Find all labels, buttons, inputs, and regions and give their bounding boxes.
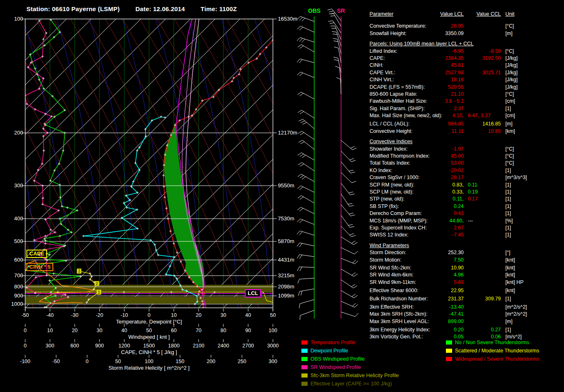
axis-1-tick-label: 40 (121, 328, 127, 333)
table-value: 984.85 (378, 120, 464, 128)
table-row-unit: [1] (505, 295, 511, 302)
table-value: 28.95 (378, 23, 464, 30)
axis-2-tick-label: 3000 (267, 343, 279, 349)
table-value: 3.8 - 5.1 (378, 98, 464, 105)
profile-legend-item: Sfc-3km Storm Relative Helicity Profile (301, 371, 442, 380)
axis-3-tick-label: -50 (52, 359, 60, 364)
table-row: SCP RM (new, old):0.83,0.11[1] (370, 182, 559, 189)
table-row-unit: [1] (505, 167, 511, 174)
table-row-unit: [°C] (505, 146, 514, 153)
table-row-unit: [knt] (505, 264, 515, 272)
legend-label: SR Windspeed Profile (310, 363, 361, 371)
svg-text:3: 3 (78, 269, 81, 274)
pressure-tick-label: 900 (9, 293, 23, 299)
table-value: 18.16 (378, 76, 464, 83)
table-value: 28.17 (378, 174, 464, 181)
table-row-unit: [J/kg] (505, 62, 518, 69)
axis-0-tick-label: 50 (270, 312, 276, 318)
table-value: 22.95 (378, 287, 464, 294)
table-row: Sig. Hail Param. (SHIP):2.37[1] (370, 105, 559, 112)
legend-swatch (301, 349, 308, 353)
axis-2-tick-label: 1500 (143, 343, 155, 349)
table-value: 10.85 (471, 128, 501, 135)
title-bar: Station: 06610 Payerne (LSMP)Date: 12.06… (26, 5, 253, 12)
table-row: Effective Shear 6000:22.95[knt] (370, 287, 559, 294)
table-row-unit: [1] (505, 224, 511, 231)
legend-label: No / Non Severe Thunderstorms (455, 338, 529, 347)
profile-legend-item: Effective Layer (CAPE >= 100 J/kg) (301, 380, 442, 388)
axis-3-tick-label: 200 (207, 359, 216, 364)
table-section-title: Parcels: Using 100mB mean layer LCL + CC… (370, 40, 474, 47)
profile-legend-item: SR Windspeed Profile (301, 363, 442, 371)
axis-2-tick-label: 2400 (218, 343, 229, 349)
table-row-unit: [J/kg] (505, 69, 518, 76)
table-row-unit: [knt] HP (505, 279, 524, 286)
table-row: 3km Effective SRH:-13.40[m^2/s^2] (370, 304, 559, 311)
table-value: 11.11 (378, 128, 464, 135)
table-row: Exp. Supercell Index CH:2.67[1] (370, 224, 559, 231)
axis-1-tick-label: 20 (72, 328, 78, 333)
altitude-tick-label: 3215m (278, 272, 294, 279)
table-row: SR Wind 4km-6km:4.96[knt] (370, 272, 559, 279)
table-row: LCL / CCL (AGL):984.851416.85[m] (370, 120, 559, 128)
table-value: -1.97 (378, 146, 464, 153)
altitude-tick-label: 5870m (278, 238, 294, 244)
axis-0-tick-label: 40 (245, 312, 251, 318)
table-section-row: Wind Parameters (370, 242, 559, 249)
table-value: 0.33, (378, 189, 464, 196)
parameter-table: ParameterValue LCLValue CCLUnitConvectiv… (370, 11, 559, 341)
table-row: Fawbush-Miller Hail Size:3.8 - 5.1[cm] (370, 98, 559, 105)
pressure-tick-label: 300 (9, 182, 23, 189)
axis-3-tick-label: -100 (20, 359, 30, 364)
table-row-unit: [°C] (505, 153, 514, 160)
table-value: 45.81 (378, 62, 464, 69)
pressure-tick-label: 600 (9, 257, 23, 263)
axis-0-tick-label: -20 (96, 312, 103, 318)
table-value: 21.10 (378, 91, 464, 98)
table-header: Value LCL (421, 11, 464, 18)
axis-0-tick-label: 30 (220, 312, 226, 318)
table-section-title: Convective Indices (370, 138, 412, 145)
table-value: 0.83, (378, 182, 464, 189)
table-value: 4.15, (378, 112, 464, 119)
table-row: Max 3km SRH (Sfc-2km):-47.41[m^2/s^2] (370, 311, 559, 318)
table-value: 0.11, (378, 196, 464, 203)
legend-label: Scattered / Moderate Thunderstorms (455, 347, 539, 355)
table-value: 0.43 (378, 210, 464, 217)
axis-1-tick-label: 90 (245, 328, 251, 333)
table-value: -20.02 (378, 167, 464, 174)
table-row: KO Index:-20.02[1] (370, 167, 559, 174)
time-title: Time: 1100Z (201, 5, 237, 12)
table-value: 44.80, (378, 217, 464, 224)
table-row-unit: [1] (505, 203, 511, 210)
axis-0-tick-label: 20 (196, 312, 201, 318)
table-value: 6.47, 3.37 (468, 112, 491, 119)
cinh-profile-label: CINH * 5 (26, 263, 53, 271)
table-row-unit: [m] (505, 120, 512, 128)
table-row: DCAPE (LFS = 557mB):520.55[J/kg] (370, 84, 559, 91)
axis-0-tick-label: 0 (148, 312, 151, 318)
table-value: 2527.68 (378, 69, 464, 76)
axis-0-tick-label: -30 (71, 312, 78, 318)
axis-2-tick-label: 300 (46, 343, 55, 349)
table-header: Parameter (370, 11, 393, 18)
legend-swatch (446, 357, 452, 361)
table-row-unit: [°C] (505, 23, 514, 30)
table-value: 45.00 (378, 153, 464, 160)
table-value: 0.11 (468, 182, 477, 189)
table-section-row: Convective Indices (370, 138, 559, 145)
table-value: 231.37 (378, 295, 464, 302)
table-row: Max 3km SRH Level AGL:899.00[m] (370, 318, 559, 325)
table-row: 3km Energy Helicity Index:0.200.27[1] (370, 326, 559, 333)
table-value: 4.96 (378, 272, 464, 279)
legend-swatch (301, 382, 308, 386)
table-row: Craven SigSvr / 1000:28.17[m^3/s^3] (370, 174, 559, 181)
table-row-unit: [J/kg] (505, 55, 518, 62)
lcl-label: LCL (245, 289, 261, 298)
table-value: 7.50 (378, 257, 464, 264)
altitude-tick-label: 12170m (278, 130, 297, 136)
svg-text:1: 1 (98, 290, 100, 295)
pressure-tick-label: 200 (9, 130, 23, 136)
legend-label: OBS Windspeed Profile (310, 355, 365, 363)
legend-label: Widespread / Severe Thunderstorms (455, 355, 539, 363)
